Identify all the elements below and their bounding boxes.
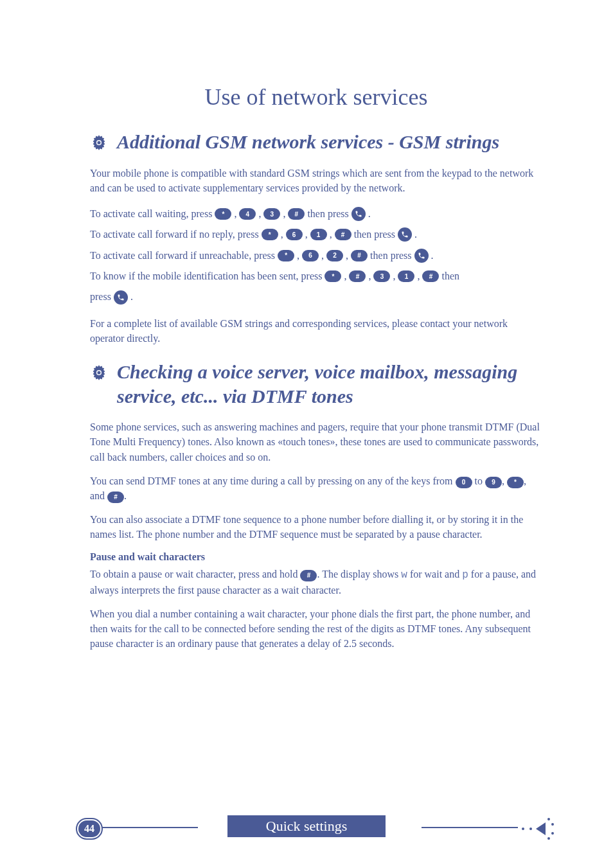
page-number: 44	[78, 820, 100, 837]
key-*: *	[262, 229, 278, 240]
key-3: 3	[373, 270, 390, 282]
section1-outro: For a complete list of available GSM str…	[90, 316, 542, 346]
key-2: 2	[326, 250, 343, 261]
key-9: 9	[485, 477, 502, 488]
section1-title: Additional GSM network services - GSM st…	[117, 130, 499, 154]
separator: ,	[346, 246, 348, 265]
text: You can send DTMF tones at any time duri…	[90, 475, 456, 486]
text: .	[130, 287, 133, 306]
section2-p3: You can also associate a DTMF tone seque…	[90, 512, 542, 542]
key-#: #	[351, 250, 368, 261]
text: To know if the mobile identification has…	[90, 267, 322, 286]
key-1: 1	[398, 270, 414, 282]
gsm-line: To activate call forward if no reply, pr…	[90, 225, 542, 244]
key-6: 6	[286, 229, 303, 240]
text: then press	[370, 246, 411, 265]
key-*: *	[278, 250, 294, 261]
separator: ,	[393, 267, 395, 286]
svg-point-8	[547, 837, 550, 840]
svg-point-3	[97, 371, 100, 375]
svg-point-5	[529, 828, 532, 830]
footer-line-left	[102, 827, 198, 828]
char-w: w	[401, 569, 407, 581]
text: To activate call waiting, press	[90, 204, 212, 224]
separator: ,	[283, 204, 285, 224]
section2-p5: When you dial a number containing a wait…	[90, 607, 542, 651]
text: press	[90, 287, 111, 306]
separator: ,	[330, 225, 332, 244]
separator: ,	[305, 225, 308, 244]
key-#: #	[349, 270, 366, 282]
svg-point-9	[551, 823, 554, 826]
text: .	[124, 490, 127, 501]
separator: ,	[321, 246, 324, 265]
footer-line-right	[422, 827, 518, 828]
page-number-badge: 44	[76, 818, 103, 840]
text: To activate call forward if no reply, pr…	[90, 225, 259, 244]
text: then press	[307, 204, 348, 224]
svg-point-7	[547, 818, 550, 820]
separator: ,	[344, 267, 346, 286]
section2-header: Checking a voice server, voice mailbox, …	[90, 360, 542, 408]
section2-title: Checking a voice server, voice mailbox, …	[117, 360, 542, 408]
call-key	[114, 290, 128, 305]
gsm-line: To activate call forward if unreachable,…	[90, 246, 542, 265]
text: .	[431, 246, 434, 265]
key-*: *	[215, 208, 231, 220]
key-0: 0	[456, 477, 472, 488]
key-hash: #	[300, 570, 317, 581]
call-key	[398, 227, 412, 242]
text: for wait and	[407, 569, 462, 580]
pause-wait-heading: Pause and wait characters	[90, 551, 542, 563]
decorative-dots-icon	[517, 813, 555, 845]
gsm-line-continuation: press .	[90, 287, 542, 306]
section2-p2: You can send DTMF tones at any time duri…	[90, 474, 542, 504]
separator: ,	[417, 267, 420, 286]
key-#: #	[422, 270, 439, 282]
svg-point-10	[551, 832, 554, 835]
separator: ,	[234, 204, 236, 224]
text: to	[472, 475, 485, 486]
gear-icon	[90, 134, 108, 152]
key-6: 6	[302, 250, 319, 261]
section1-intro: Your mobile phone is compatible with sta…	[90, 166, 542, 195]
section2-p1: Some phone services, such as answering m…	[90, 420, 542, 465]
separator: ,	[368, 267, 371, 286]
call-key	[351, 207, 366, 221]
key-1: 1	[310, 229, 327, 240]
text: .	[368, 204, 371, 224]
svg-point-1	[97, 141, 100, 144]
text: then	[441, 267, 459, 286]
key-4: 4	[239, 208, 256, 220]
section2-p4: To obtain a pause or wait character, pre…	[90, 567, 542, 598]
key-#: #	[335, 229, 351, 240]
call-key	[414, 249, 429, 263]
gsm-line: To activate call waiting, press *, 4, 3,…	[90, 204, 542, 224]
key-*: *	[324, 270, 341, 282]
text: To activate call forward if unreachable,…	[90, 246, 275, 265]
separator: ,	[297, 246, 299, 265]
svg-marker-6	[536, 822, 546, 835]
page-title: Use of network services	[90, 84, 542, 111]
separator: ,	[258, 204, 261, 224]
separator: ,	[281, 225, 283, 244]
section1-header: Additional GSM network services - GSM st…	[90, 130, 542, 154]
text: . The display shows	[317, 569, 401, 580]
key-hash: #	[107, 492, 124, 503]
text: .	[414, 225, 417, 244]
key-star: *	[507, 477, 524, 488]
svg-point-4	[522, 828, 524, 830]
gsm-string-lines: To activate call waiting, press *, 4, 3,…	[90, 204, 542, 307]
key-#: #	[288, 208, 305, 220]
footer-label: Quick settings	[227, 815, 386, 837]
gear-icon	[90, 364, 108, 382]
text: then press	[354, 225, 395, 244]
char-p: p	[462, 569, 468, 581]
key-3: 3	[263, 208, 280, 220]
page-footer: 44 Quick settings	[0, 815, 613, 837]
text: To obtain a pause or wait character, pre…	[90, 569, 300, 580]
gsm-line: To know if the mobile identification has…	[90, 267, 542, 286]
text: ,	[502, 475, 507, 486]
